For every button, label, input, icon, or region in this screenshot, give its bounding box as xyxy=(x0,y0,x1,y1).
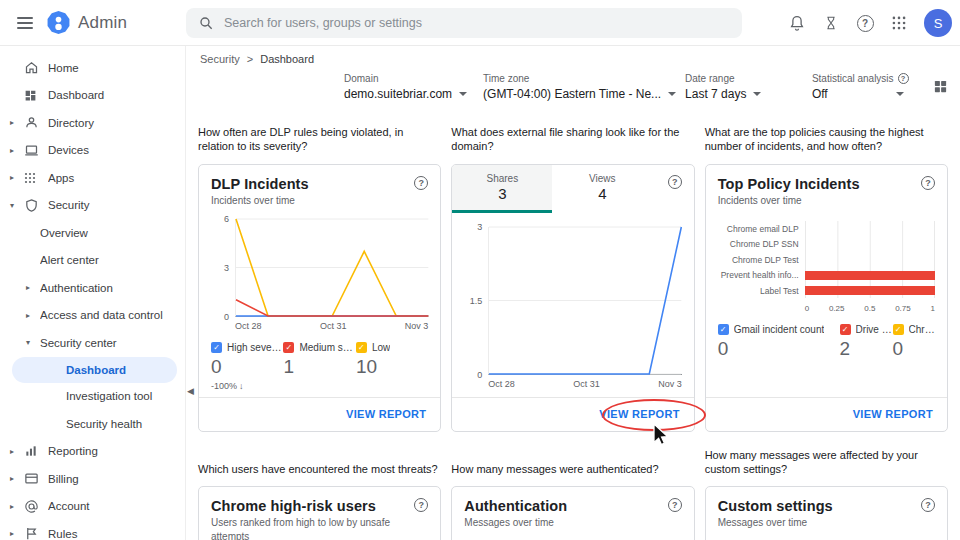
sidebar-item-rules[interactable]: ▸Rules xyxy=(0,520,185,540)
sidebar-item-authentication[interactable]: ▸Authentication xyxy=(0,274,185,302)
help-icon[interactable]: ? xyxy=(668,175,682,189)
date-range-select[interactable]: Last 7 days xyxy=(685,87,796,101)
sidebar-item-home[interactable]: Home xyxy=(0,54,185,82)
legend-item-medium-severity: ✓Medium severity xyxy=(283,342,355,353)
sidebar-item-dashboard[interactable]: Dashboard xyxy=(0,82,185,110)
legend-item-high-severity: ✓High severity xyxy=(211,342,283,353)
sidebar-item-account[interactable]: ▸Account xyxy=(0,493,185,521)
chevron-down-icon: ▾ xyxy=(10,201,24,210)
view-report-link[interactable]: VIEW REPORT xyxy=(599,408,679,420)
search-icon xyxy=(198,15,214,31)
series-checkbox-icon[interactable]: ✓ xyxy=(211,342,222,353)
breadcrumb-section[interactable]: Security xyxy=(200,53,240,65)
series-checkbox-icon[interactable]: ✓ xyxy=(840,324,851,335)
filter-bar: Domain demo.suitebriar.com Time zone (GM… xyxy=(186,69,960,109)
legend-value: 0 xyxy=(893,338,935,360)
sidebar-item-label: Security xyxy=(48,199,185,211)
sidebar-item-reporting[interactable]: ▸Reporting xyxy=(0,438,185,466)
x-tick-label: Oct 31 xyxy=(573,379,600,389)
y-tick-label: 3 xyxy=(477,222,482,232)
y-tick-label: 0 xyxy=(224,312,229,322)
sidebar-item-dashboard[interactable]: Dashboard xyxy=(12,357,177,383)
x-tick-label: Oct 28 xyxy=(488,379,515,389)
card-title: DLP Incidents xyxy=(211,176,309,192)
legend-value: 1 xyxy=(283,356,355,378)
manage-dashboard-layout-icon[interactable] xyxy=(933,79,948,98)
search-bar[interactable] xyxy=(186,8,742,38)
dlp-incidents-card: DLP Incidents ? Incidents over time 630 … xyxy=(198,164,441,432)
help-icon[interactable]: ? xyxy=(668,498,682,512)
main-content: Security > Dashboard Domain demo.suitebr… xyxy=(186,46,960,540)
user-avatar[interactable]: S xyxy=(924,9,952,37)
authentication-card: Authentication ? Messages over time xyxy=(451,486,694,540)
sidebar-item-billing[interactable]: ▸Billing xyxy=(0,465,185,493)
breadcrumb-separator: > xyxy=(247,53,253,65)
x-axis-labels: Oct 28Oct 31Nov 3 xyxy=(235,321,428,331)
notifications-bell-icon[interactable] xyxy=(784,10,810,36)
sidebar-item-security[interactable]: ▾Security xyxy=(0,192,185,220)
sidebar-item-label: Apps xyxy=(48,172,185,184)
breadcrumb: Security > Dashboard xyxy=(186,46,960,69)
tab-shares[interactable]: Shares 3 xyxy=(452,165,552,213)
billing-icon xyxy=(24,471,48,486)
apps-grid-icon[interactable] xyxy=(886,10,912,36)
sidebar-item-overview[interactable]: Overview xyxy=(0,219,185,247)
sidebar-item-apps[interactable]: ▸Apps xyxy=(0,164,185,192)
date-range-filter-label: Date range xyxy=(685,73,796,84)
sidebar-item-label: Dashboard xyxy=(48,89,185,101)
series-checkbox-icon[interactable]: ✓ xyxy=(356,342,367,353)
series-checkbox-icon[interactable]: ✓ xyxy=(893,324,904,335)
help-icon[interactable]: ? xyxy=(921,176,935,190)
sidebar-item-investigation-tool[interactable]: Investigation tool xyxy=(0,383,185,411)
card-subtitle: Incidents over time xyxy=(211,194,428,208)
statistical-analysis-select[interactable]: Off xyxy=(812,87,904,101)
question-custom-settings: How many messages were affected by your … xyxy=(705,448,948,477)
series-checkbox-icon[interactable]: ✓ xyxy=(718,324,729,335)
sidebar-item-devices[interactable]: ▸Devices xyxy=(0,137,185,165)
bar-row: Chrome email DLP xyxy=(718,221,935,237)
bar-category-label: Chrome DLP Test xyxy=(718,255,805,265)
y-tick-label: 0 xyxy=(477,370,482,380)
card-subtitle: Incidents over time xyxy=(718,194,935,208)
bar-row: Label Test xyxy=(718,283,935,299)
sidebar-item-access-and-data-control[interactable]: ▸Access and data control xyxy=(0,302,185,330)
card-title: Top Policy Incidents xyxy=(718,176,860,192)
trend-down-arrow-icon: ↓ xyxy=(239,381,244,391)
sidebar-item-directory[interactable]: ▸Directory xyxy=(0,109,185,137)
tasks-hourglass-icon[interactable] xyxy=(818,10,844,36)
sidebar-item-label: Alert center xyxy=(40,254,185,266)
bar[interactable] xyxy=(805,286,935,295)
x-tick-label: 0.75 xyxy=(895,304,911,313)
series-checkbox-icon[interactable]: ✓ xyxy=(283,342,294,353)
google-admin-logo[interactable]: Admin xyxy=(46,10,127,35)
help-icon[interactable]: ? xyxy=(414,176,428,190)
card-row-2: Chrome high-risk users ? Users ranked fr… xyxy=(186,486,960,540)
collapse-panel-icon[interactable]: ◀ xyxy=(187,386,194,396)
sidebar-item-security-center[interactable]: ▾Security center xyxy=(0,329,185,357)
support-help-icon[interactable]: ? xyxy=(852,10,878,36)
x-axis-labels: 00.250.50.751 xyxy=(805,299,935,313)
timezone-select[interactable]: (GMT-04:00) Eastern Time - Ne... xyxy=(483,87,669,101)
home-icon xyxy=(24,60,48,75)
chevron-down-icon: ▾ xyxy=(26,338,40,347)
view-report-link[interactable]: VIEW REPORT xyxy=(346,408,426,420)
y-tick-label: 6 xyxy=(224,214,229,224)
sidebar-item-label: Access and data control xyxy=(40,309,185,321)
view-report-link[interactable]: VIEW REPORT xyxy=(853,408,933,420)
chevron-right-icon: ▸ xyxy=(26,283,40,292)
external-sharing-card: Shares 3 Views 4 ? 31.50 Oct 28Oct 31Nov… xyxy=(451,164,694,432)
hamburger-menu-icon[interactable] xyxy=(6,4,44,42)
search-input[interactable] xyxy=(224,16,730,30)
domain-select[interactable]: demo.suitebriar.com xyxy=(344,87,467,101)
sidebar-item-label: Security health xyxy=(66,418,185,430)
bar[interactable] xyxy=(805,271,935,280)
help-icon[interactable]: ? xyxy=(898,73,909,84)
help-icon[interactable]: ? xyxy=(921,498,935,512)
help-icon[interactable]: ? xyxy=(414,498,428,512)
top-app-bar: Admin ? S xyxy=(0,0,960,46)
sidebar-item-security-health[interactable]: Security health xyxy=(0,410,185,438)
rules-icon xyxy=(24,526,48,540)
sidebar-item-alert-center[interactable]: Alert center xyxy=(0,247,185,275)
policy-legend: ✓Gmail incident count✓Drive incident cou… xyxy=(718,324,935,335)
tab-views[interactable]: Views 4 xyxy=(552,165,652,213)
